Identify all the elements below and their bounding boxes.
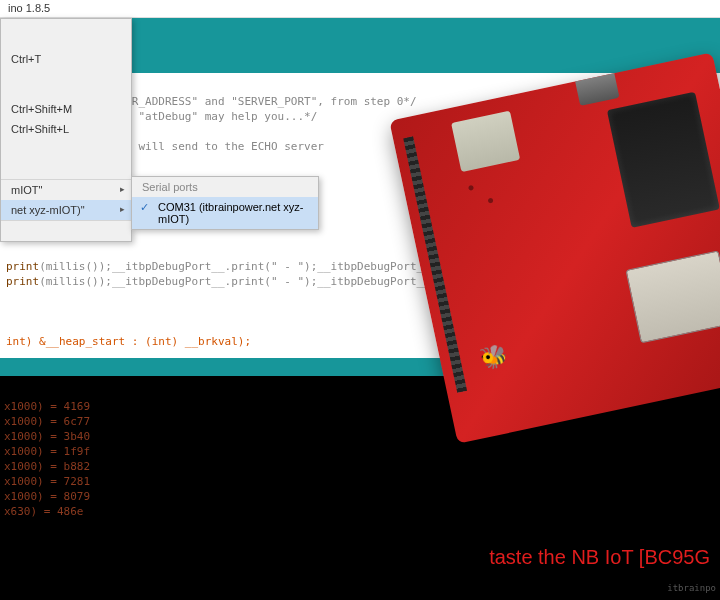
menu-item-autoformat[interactable]: Ctrl+T	[1, 49, 131, 69]
overlay-tagline: taste the NB IoT [BC95G	[489, 550, 710, 565]
port-option-com31[interactable]: COM31 (itbrainpower.net xyz-mIOT)	[132, 197, 318, 229]
brand-watermark: itbrainpo	[667, 581, 716, 596]
shortcut-label: Ctrl+Shift+L	[11, 123, 69, 135]
submenu-header: Serial ports	[132, 177, 318, 197]
submenu-arrow-icon: ▸	[120, 204, 125, 214]
console-line: x1000) = 3b40	[4, 430, 90, 443]
port-submenu: Serial ports COM31 (itbrainpower.net xyz…	[131, 176, 319, 230]
submenu-arrow-icon: ▸	[120, 184, 125, 194]
port-label: COM31 (itbrainpower.net xyz-mIOT)	[158, 201, 304, 225]
menu-item-board-miot[interactable]: mIOT" ▸	[1, 179, 131, 200]
menu-label: mIOT"	[11, 184, 42, 196]
shortcut-label: Ctrl+Shift+M	[11, 103, 72, 115]
console-line: x1000) = 7281	[4, 475, 90, 488]
tools-menu-dropdown: Ctrl+T Ctrl+Shift+M Ctrl+Shift+L mIOT" ▸…	[0, 18, 132, 242]
console-line: x1000) = 8079	[4, 490, 90, 503]
console-line: x1000) = 6c77	[4, 415, 90, 428]
title-bar: ino 1.8.5	[0, 0, 720, 18]
app-title: ino 1.8.5	[8, 2, 50, 14]
shield-chip	[451, 111, 520, 172]
menu-label: net xyz-mIOT)"	[11, 204, 85, 216]
menu-item-serial-plotter[interactable]: Ctrl+Shift+L	[1, 119, 131, 139]
sim-socket	[625, 250, 720, 343]
console-line: x1000) = 4169	[4, 400, 90, 413]
menu-item-port[interactable]: net xyz-mIOT)" ▸	[1, 200, 131, 220]
menu-item-blank[interactable]	[1, 220, 131, 241]
menu-item-serial-monitor[interactable]: Ctrl+Shift+M	[1, 99, 131, 119]
usb-connector	[574, 68, 619, 106]
console-line: x1000) = b882	[4, 460, 90, 473]
mcu-chip	[607, 92, 720, 228]
silkscreen-logo: 🐝	[478, 335, 547, 396]
console-line: x630) = 486e	[4, 505, 83, 518]
shortcut-label: Ctrl+T	[11, 53, 41, 65]
console-line: x1000) = 1f9f	[4, 445, 90, 458]
